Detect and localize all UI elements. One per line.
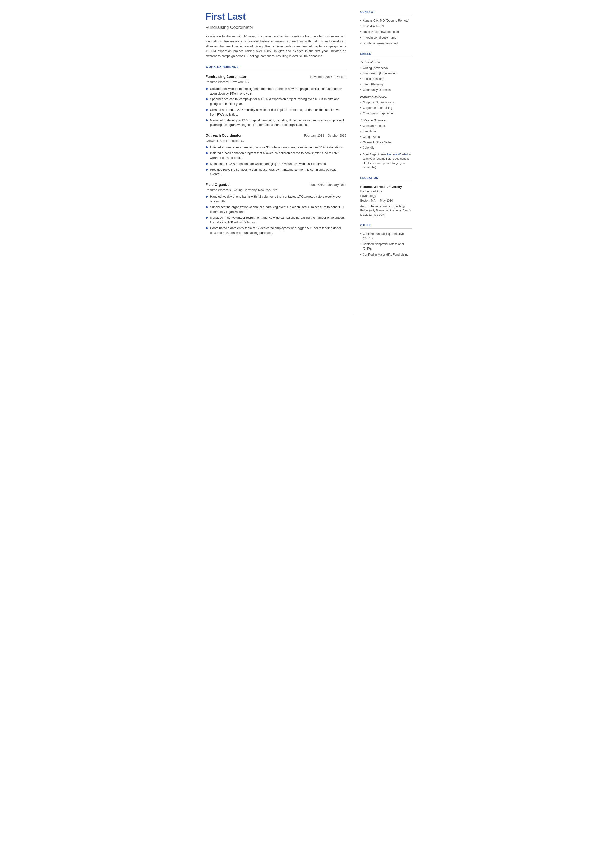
edu-date: Boston, MA — May 2010: [360, 199, 412, 203]
job-header-3: Field Organizer June 2010 – January 2013: [206, 182, 346, 187]
edu-field: Psychology: [360, 194, 412, 199]
bullet-dot: [206, 163, 208, 165]
skill-calendly: Calendly: [360, 146, 412, 150]
job-title-1: Fundraising Coordinator: [206, 74, 246, 79]
job-company-1: Resume Worded, New York, NY: [206, 80, 346, 85]
skill-google-apps: Google Apps: [360, 135, 412, 139]
other-cfre: Certified Fundraising Executive (CFRE).: [360, 231, 412, 241]
skills-section: SKILLS Technical Skills: Writing (Advanc…: [360, 52, 412, 170]
edu-awards: Awards: Resume Worded Teaching Fellow (o…: [360, 204, 412, 217]
job-header-1: Fundraising Coordinator November 2015 – …: [206, 74, 346, 79]
job-header-2: Outreach Coordinator February 2013 – Oct…: [206, 133, 346, 138]
bullet-dot: [206, 119, 208, 121]
job-company-2: Growthsi, San Francisco, CA: [206, 138, 346, 143]
bullet-item: Created and sent a 2.8K monthly newslett…: [206, 108, 346, 117]
contact-github: github.com/resumeworded: [360, 41, 412, 45]
job-title-2: Outreach Coordinator: [206, 133, 242, 138]
bullet-item: Collaborated with 14 marketing team memb…: [206, 87, 346, 96]
bullet-dot: [206, 109, 208, 111]
bullet-dot: [206, 217, 208, 219]
job-entry-1: Fundraising Coordinator November 2015 – …: [206, 74, 346, 127]
bullet-item: Managed major volunteer recruitment agen…: [206, 216, 346, 225]
skill-pr: Public Relations: [360, 77, 412, 81]
work-experience-section: WORK EXPERIENCE Fundraising Coordinator …: [206, 65, 346, 235]
summary-text: Passionate fundraiser with 10 years of e…: [206, 34, 346, 59]
contact-email: email@resumeworded.com: [360, 30, 412, 34]
bullet-dot: [206, 169, 208, 171]
education-entry: Resume Worded University Bachelor of Art…: [360, 184, 412, 217]
bullet-item: Maintained a 92% retention rate while ma…: [206, 161, 346, 166]
skill-writing: Writing (Advanced): [360, 66, 412, 70]
candidate-name: First Last: [206, 10, 346, 23]
skill-community-engagement: Community Engagement: [360, 111, 412, 116]
header-section: First Last Fundraising Coordinator Passi…: [206, 10, 346, 59]
contact-title: CONTACT: [360, 10, 412, 16]
bullet-item: Provided recycling services to 2.2K hous…: [206, 168, 346, 177]
skill-category-tools: Tools and Software:: [360, 118, 412, 123]
edu-institution: Resume Worded University: [360, 184, 412, 189]
skills-title: SKILLS: [360, 52, 412, 57]
work-experience-title: WORK EXPERIENCE: [206, 65, 346, 70]
job-dates-1: November 2015 – Present: [310, 75, 346, 79]
bullet-item: Initiated an awareness campaign across 3…: [206, 145, 346, 150]
skill-community-outreach: Community Outreach: [360, 88, 412, 92]
job-bullets-2: Initiated an awareness campaign across 3…: [206, 145, 346, 177]
contact-linkedin: linkedin.com/in/username: [360, 36, 412, 40]
other-title: OTHER: [360, 223, 412, 228]
job-bullets-1: Collaborated with 14 marketing team memb…: [206, 87, 346, 127]
resume-page: First Last Fundraising Coordinator Passi…: [196, 0, 419, 314]
bullet-item: Managed to develop a $2.6m capital campa…: [206, 118, 346, 127]
job-dates-3: June 2010 – January 2013: [310, 183, 346, 187]
other-cnp: Certified Nonprofit Professional (CNP).: [360, 242, 412, 251]
bullet-dot: [206, 227, 208, 229]
job-dates-2: February 2013 – October 2015: [304, 134, 346, 138]
education-title: EDUCATION: [360, 176, 412, 182]
job-title-3: Field Organizer: [206, 182, 231, 187]
job-entry-2: Outreach Coordinator February 2013 – Oct…: [206, 133, 346, 177]
skill-corporate-fundraising: Corporate Fundraising: [360, 106, 412, 110]
bullet-dot: [206, 206, 208, 208]
contact-phone: +1-234-456-789: [360, 24, 412, 28]
contact-location: Kansas City, MO (Open to Remote): [360, 18, 412, 23]
resume-worded-link[interactable]: Resume Worded: [386, 153, 408, 156]
skill-event-planning: Event Planning: [360, 82, 412, 87]
bullet-item: Initiated a book donation program that a…: [206, 151, 346, 160]
bullet-item: Supervised the organization of annual fu…: [206, 205, 346, 214]
resume-worded-note: Don't forget to use Resume Worded to sca…: [360, 152, 412, 169]
skill-category-technical: Technical Skills:: [360, 60, 412, 65]
bullet-dot: [206, 196, 208, 198]
other-major-gifts: Certified in Major Gifts Fundraising.: [360, 252, 412, 257]
skill-category-industry: Industry Knowledge:: [360, 95, 412, 99]
bullet-item: Handled weekly phone banks with 42 volun…: [206, 194, 346, 204]
bullet-item: Coordinated a data entry team of 17 dedi…: [206, 226, 346, 235]
education-section: EDUCATION Resume Worded University Bache…: [360, 176, 412, 217]
contact-section: CONTACT Kansas City, MO (Open to Remote)…: [360, 10, 412, 45]
edu-degree: Bachelor of Arts: [360, 189, 412, 194]
skill-fundraising: Fundraising (Experienced): [360, 71, 412, 76]
job-company-3: Resume Worded's Exciting Company, New Yo…: [206, 188, 346, 193]
left-column: First Last Fundraising Coordinator Passi…: [196, 0, 354, 314]
bullet-dot: [206, 146, 208, 149]
bullet-dot: [206, 98, 208, 100]
skill-nonprofit: Nonprofit Organizations: [360, 100, 412, 105]
bullet-item: Spearheaded capital campaign for a $1.02…: [206, 97, 346, 106]
skill-eventbrite: Eventbrite: [360, 129, 412, 134]
note-prefix: Don't forget to use: [363, 153, 387, 156]
skill-constant-contact: Constant Contact: [360, 124, 412, 128]
right-column: CONTACT Kansas City, MO (Open to Remote)…: [354, 0, 419, 314]
skill-ms-office: Microsoft Office Suite: [360, 140, 412, 144]
job-title: Fundraising Coordinator: [206, 24, 346, 31]
bullet-dot: [206, 88, 208, 90]
other-section: OTHER Certified Fundraising Executive (C…: [360, 223, 412, 257]
job-entry-3: Field Organizer June 2010 – January 2013…: [206, 182, 346, 235]
bullet-dot: [206, 152, 208, 154]
job-bullets-3: Handled weekly phone banks with 42 volun…: [206, 194, 346, 235]
